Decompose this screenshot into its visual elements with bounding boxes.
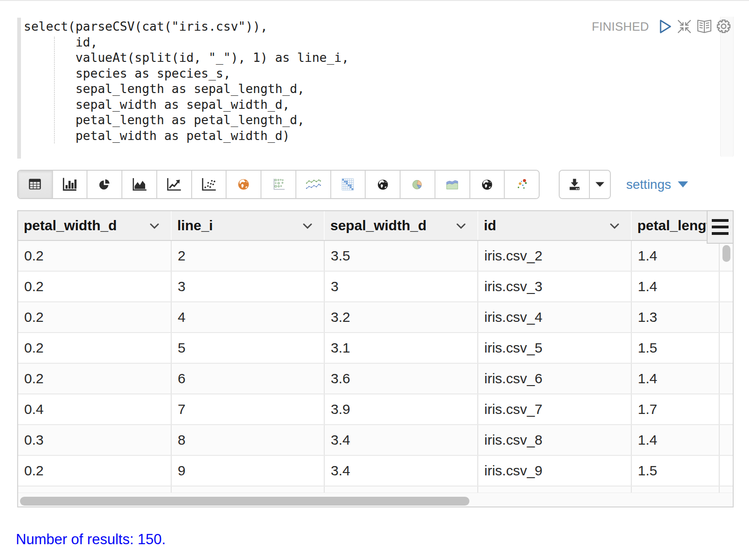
table-cell: 1.4 (632, 272, 720, 301)
table-cell: 0.2 (18, 333, 172, 363)
gear-icon[interactable] (716, 19, 731, 35)
line-chart-icon (166, 177, 182, 192)
viz-button-heatmap[interactable] (331, 171, 366, 198)
globe-dark2-icon (482, 179, 493, 190)
settings-label: settings (626, 177, 671, 192)
stacked-area-icon (446, 179, 459, 190)
viz-button-map-orange[interactable] (227, 171, 261, 198)
viz-button-map-dark2[interactable] (470, 171, 505, 198)
vertical-scrollbar-thumb[interactable] (722, 245, 730, 262)
horizontal-scrollbar[interactable] (18, 493, 733, 507)
table-row: 0.383.4iris.csv_81.4 (18, 425, 733, 456)
results-count: Number of results: 150. (16, 531, 166, 548)
horizontal-scrollbar-thumb[interactable] (20, 497, 469, 506)
grid-menu-button[interactable] (707, 210, 734, 244)
viz-button-bar-chart[interactable] (53, 171, 88, 198)
column-header-id[interactable]: id (478, 211, 632, 240)
table-cell: 0.2 (18, 241, 172, 271)
column-menu-chevron-icon[interactable] (456, 223, 466, 229)
table-cell: 1.4 (632, 425, 720, 455)
viz-button-pie-chart[interactable] (87, 171, 122, 198)
column-header-label: id (484, 218, 496, 233)
table-cell: 0.2 (18, 302, 172, 332)
viz-button-area-chart[interactable] (122, 171, 157, 198)
column-menu-chevron-icon[interactable] (610, 223, 619, 229)
table-row-clipped (18, 487, 733, 493)
table-cell: 3.6 (325, 364, 478, 393)
table-cell: 4 (172, 302, 325, 332)
table-cell: 3.1 (325, 333, 478, 363)
table-grid-icon (28, 179, 41, 190)
column-header-label: line_i (177, 218, 213, 233)
table-cell: 1.3 (632, 302, 720, 332)
download-button[interactable] (560, 171, 590, 198)
globe-dark-icon (377, 179, 388, 190)
viz-button-pie-colored[interactable] (401, 171, 435, 198)
table-cell: 3.4 (325, 456, 478, 486)
table-cell (632, 487, 720, 493)
table-body: 0.223.5iris.csv_21.40.233iris.csv_31.40.… (18, 241, 733, 493)
table-cell: 1.7 (632, 394, 720, 424)
table-cell (18, 487, 172, 493)
viz-button-table[interactable] (18, 171, 53, 198)
table-cell: 1.5 (632, 456, 720, 486)
table-cell: 0.2 (18, 364, 172, 393)
table-header-row: petal_width_d line_i sepal_width_d id pe… (18, 211, 733, 241)
column-header-petal_width_d[interactable]: petal_width_d (18, 211, 172, 240)
column-menu-chevron-icon[interactable] (303, 223, 312, 229)
table-cell: iris.csv_6 (478, 364, 632, 393)
viz-button-map-dark[interactable] (366, 171, 401, 198)
viz-toolbar (17, 170, 540, 199)
zeppelin-paragraph: select(parseCSV(cat("iris.csv")), id, va… (0, 0, 749, 560)
results-table: petal_width_d line_i sepal_width_d id pe… (17, 210, 734, 507)
table-cell: 8 (172, 425, 325, 455)
table-cell: iris.csv_3 (478, 272, 632, 301)
indent-guide (54, 37, 55, 143)
table-cell: iris.csv_9 (478, 456, 632, 486)
grid-menu-icon (712, 219, 729, 235)
viz-button-scatter-plot[interactable] (192, 171, 227, 198)
table-row: 0.263.6iris.csv_61.4 (18, 364, 733, 394)
table-cell: 9 (172, 456, 325, 486)
play-icon[interactable] (659, 19, 672, 36)
area-chart-icon (132, 177, 147, 192)
compress-icon[interactable] (677, 20, 691, 35)
viz-button-scatter-colored[interactable] (505, 171, 539, 198)
table-cell: 0.3 (18, 425, 172, 455)
scatter-colored-icon (515, 178, 528, 191)
table-cell: 7 (172, 394, 325, 424)
table-cell: 3.2 (325, 302, 478, 332)
editor-scrollbar-track[interactable] (720, 17, 734, 157)
pie-colored-icon (411, 179, 423, 191)
table-cell: iris.csv_4 (478, 302, 632, 332)
viz-button-multi-line[interactable] (296, 171, 331, 198)
column-header-sepal_width_d[interactable]: sepal_width_d (325, 211, 478, 240)
table-cell: 3.9 (325, 394, 478, 424)
settings-dropdown[interactable]: settings (626, 170, 688, 199)
multi-line-chart-icon (306, 179, 321, 190)
table-cell: 0.4 (18, 394, 172, 424)
table-row: 0.223.5iris.csv_21.4 (18, 241, 733, 272)
table-cell: 6 (172, 364, 325, 393)
viz-button-stacked-area[interactable] (435, 171, 470, 198)
table-cell (172, 487, 325, 493)
caret-down-icon (595, 182, 604, 187)
table-row: 0.243.2iris.csv_41.3 (18, 302, 733, 333)
column-menu-chevron-icon[interactable] (150, 223, 159, 229)
download-options-button[interactable] (590, 171, 610, 198)
heatmap-grid-icon (341, 178, 354, 191)
table-cell: iris.csv_7 (478, 394, 632, 424)
table-row: 0.473.9iris.csv_71.7 (18, 394, 733, 425)
table-cell: iris.csv_8 (478, 425, 632, 455)
table-cell: 1.5 (632, 333, 720, 363)
table-cell: 1.4 (632, 241, 720, 271)
viz-button-line-chart[interactable] (157, 171, 192, 198)
table-cell: 0.2 (18, 272, 172, 301)
table-row: 0.253.1iris.csv_51.5 (18, 333, 733, 364)
column-header-label: sepal_width_d (330, 218, 427, 233)
column-header-line_i[interactable]: line_i (172, 211, 325, 240)
code-editor[interactable]: select(parseCSV(cat("iris.csv")), id, va… (24, 19, 349, 143)
viz-button-bubble-chart[interactable] (261, 171, 296, 198)
table-cell: 0.2 (18, 456, 172, 486)
book-icon[interactable] (697, 20, 712, 35)
